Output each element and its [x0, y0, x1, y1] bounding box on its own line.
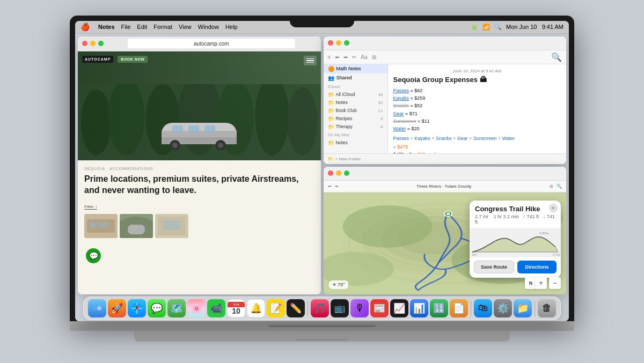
dock-numbers[interactable]: 🔢	[430, 299, 448, 317]
laptop-base	[134, 331, 510, 342]
menu-edit[interactable]: Edit	[137, 24, 147, 30]
maps-toolbar-icon-1[interactable]: ⬅	[328, 184, 332, 189]
chat-overlay-button[interactable]: 💬	[86, 248, 101, 263]
notes-close-button[interactable]	[328, 40, 333, 46]
dock-separator-2	[471, 301, 471, 316]
dock-finder[interactable]	[88, 299, 106, 317]
dock-podcasts[interactable]: 🎙	[350, 299, 369, 317]
bottom-bezel	[70, 321, 574, 331]
shared-icon: 👥	[328, 75, 334, 81]
search-icon[interactable]: 🔍	[494, 24, 502, 31]
url-bar[interactable]: autocamp.com	[128, 39, 295, 48]
dock-facetime[interactable]: 📹	[207, 299, 225, 317]
maps-toolbar-icon-3[interactable]: ⊞	[550, 184, 553, 189]
svg-rect-21	[98, 222, 108, 227]
dock-news[interactable]: 📰	[370, 299, 389, 317]
toolbar-icon-1[interactable]: ≡	[328, 54, 331, 60]
maps-maximize-button[interactable]	[344, 171, 349, 176]
expense-label-passes: Passes	[393, 88, 409, 93]
dock-freeform[interactable]: ✏️	[287, 299, 305, 317]
dock-stocks[interactable]: 📈	[390, 299, 408, 317]
dock-pages[interactable]: 📄	[450, 299, 468, 317]
new-folder-label[interactable]: + New Folder	[335, 157, 361, 161]
apple-menu[interactable]: 🍎	[80, 23, 90, 31]
notes-recipes[interactable]: 📁 Recipes 9	[324, 115, 387, 123]
screen-bezel: 🍎 Notes File Edit Format View Window Hel…	[70, 16, 574, 321]
map-popup-actions: Save Route Directions	[470, 257, 561, 278]
maps-toolbar-icon-4[interactable]: 🔍	[557, 184, 562, 189]
expense-passes: Passes = $62	[393, 87, 561, 94]
maps-toolbar: ⬅ ➡ Three Rivers · Tulare County ⊞ 🔍	[324, 181, 567, 192]
dock-sysprefs[interactable]: ⚙️	[494, 299, 512, 317]
close-button[interactable]	[82, 41, 87, 46]
notes-sidebar-shared[interactable]: 👥 Shared	[324, 73, 387, 83]
filter-button[interactable]: Filter ↓	[84, 204, 97, 210]
dock-calendar[interactable]: JUN 10	[227, 299, 245, 317]
notes-window: ≡ ⬅ ➡ ✏ Aa ⊞ 🔍 🟠	[324, 36, 567, 164]
thumbnail-3[interactable]	[155, 214, 188, 238]
expense-label-snacks: Snacks	[393, 103, 409, 108]
dock-reminders[interactable]: 🔔	[247, 299, 265, 317]
svg-point-17	[218, 143, 223, 148]
browser-content: AUTOCAMP BOOK NOW	[78, 51, 321, 294]
dock-keynote[interactable]: 📊	[410, 299, 428, 317]
notes-book-club[interactable]: 📁 Book Club 11	[324, 107, 387, 115]
dock-trash[interactable]: 🗑	[538, 299, 556, 317]
notes-footer: 📁 + New Folder	[324, 153, 567, 164]
notes-therapy[interactable]: 📁 Therapy 8	[324, 123, 387, 131]
dock-notes[interactable]: 📝	[267, 299, 285, 317]
save-route-button[interactable]: Save Route	[474, 261, 514, 273]
desktop: autocamp.com	[75, 34, 569, 321]
menu-help[interactable]: Help	[225, 24, 238, 30]
maps-content: × Congress Trail Hike 2.7 mi 1 hr 3.2 mi…	[324, 192, 567, 294]
toolbar-icon-2[interactable]: ⬅	[335, 54, 339, 60]
folder-icon-book-club: 📁	[328, 108, 334, 114]
directions-button[interactable]: Directions	[517, 261, 557, 273]
notes-maximize-button[interactable]	[344, 40, 349, 46]
menubar-items: File Edit Format View Window Help	[121, 24, 238, 30]
toolbar-icon-6[interactable]: ⊞	[372, 54, 376, 60]
hamburger-menu[interactable]	[304, 56, 317, 66]
windows-area: autocamp.com	[78, 36, 566, 294]
dock-finder2[interactable]: 📁	[514, 299, 532, 317]
dock-tv[interactable]: 📺	[331, 299, 349, 317]
dock-launchpad[interactable]: 🚀	[108, 299, 126, 317]
thumbnail-1[interactable]	[84, 214, 118, 238]
map-background[interactable]: × Congress Trail Hike 2.7 mi 1 hr 3.2 mi…	[324, 192, 567, 294]
notes-title: Sequoia Group Expenses 🏔	[393, 76, 561, 84]
notes-notes-folder[interactable]: 📁 Notes 32	[324, 99, 387, 107]
menu-format[interactable]: Format	[153, 24, 172, 30]
menu-file[interactable]: File	[121, 24, 131, 30]
dock-area: 🚀 💬 🗺️ 🌸 📹 JUN 10 🔔 📝	[75, 295, 569, 321]
zoom-out-button[interactable]: −	[549, 277, 561, 289]
book-now-button[interactable]: BOOK NOW	[118, 56, 148, 63]
minimize-button[interactable]	[90, 41, 96, 46]
maps-minimize-button[interactable]	[336, 171, 341, 176]
toolbar-icon-3[interactable]: ➡	[343, 54, 348, 60]
notes-sidebar: 🟠 Math Notes 👥 Shared iCloud 📁	[324, 64, 388, 153]
notes-all-icloud[interactable]: 📁 All iCloud 46	[324, 91, 387, 99]
map-popup-title: Congress Trail Hike	[470, 201, 561, 214]
thumbnail-2[interactable]	[120, 214, 153, 238]
dock-messages[interactable]: 💬	[148, 299, 166, 317]
notes-sidebar-math-notes[interactable]: 🟠 Math Notes	[324, 64, 387, 73]
toolbar-icon-4[interactable]: ✏	[352, 54, 356, 60]
dock-appstore[interactable]: 🛍	[474, 299, 492, 317]
menu-view[interactable]: View	[179, 24, 192, 30]
toolbar-icon-5[interactable]: Aa	[361, 54, 367, 60]
toolbar-search[interactable]: 🔍	[551, 52, 562, 62]
zoom-in-button[interactable]: +	[535, 277, 547, 289]
folder-label-notes: Notes	[336, 100, 348, 105]
notes-on-my-mac-notes[interactable]: 📁 Notes	[324, 139, 387, 147]
maximize-button[interactable]	[98, 41, 104, 46]
maps-toolbar-icon-2[interactable]: ➡	[335, 184, 339, 189]
notes-minimize-button[interactable]	[336, 40, 341, 46]
dock-photos[interactable]: 🌸	[187, 299, 206, 317]
dock-safari[interactable]	[128, 299, 146, 317]
menu-window[interactable]: Window	[198, 24, 219, 30]
url-text: autocamp.com	[194, 41, 229, 47]
maps-close-button[interactable]	[328, 171, 333, 176]
dock-maps[interactable]: 🗺️	[167, 299, 186, 317]
dock-music[interactable]: 🎵	[311, 299, 329, 317]
map-popup-close[interactable]: ×	[549, 204, 558, 212]
